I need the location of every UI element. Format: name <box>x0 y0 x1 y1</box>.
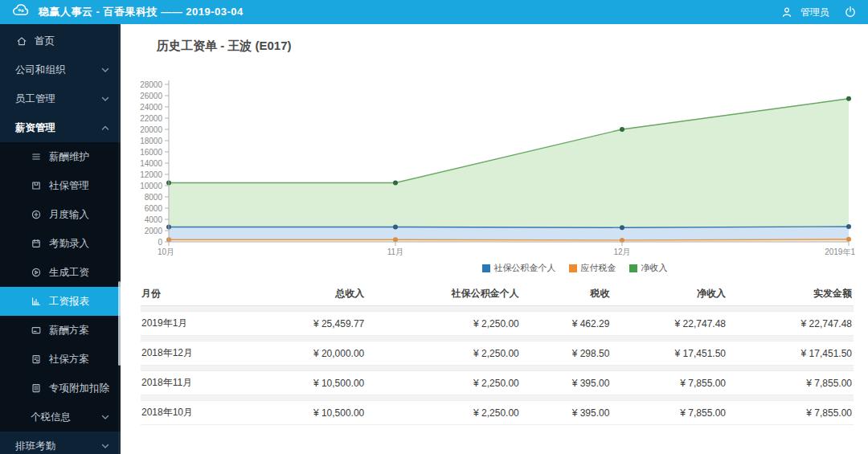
table-row[interactable]: 2018年11月¥ 10,500.00¥ 2,250.00¥ 395.00¥ 7… <box>141 370 854 395</box>
legend-swatch <box>482 264 490 272</box>
legend-swatch <box>629 264 637 272</box>
svg-text:18000: 18000 <box>140 137 162 145</box>
cell-total-income: ¥ 10,500.00 <box>283 407 366 419</box>
sidebar-item-label: 排班考勤 <box>15 440 55 453</box>
legend-label: 社保公积金个人 <box>494 262 556 274</box>
sidebar-item-social-security-plan[interactable]: 社保方案 <box>0 345 121 374</box>
svg-text:2000: 2000 <box>145 227 163 235</box>
chevron-down-icon <box>101 415 109 420</box>
sidebar-item-label: 生成工资 <box>49 266 89 280</box>
cell-paid-amount: ¥ 17,451.50 <box>727 348 854 359</box>
sidebar-item-salary-management[interactable]: 薪资管理 <box>0 113 121 142</box>
sidebar-item-label: 薪资管理 <box>15 121 55 135</box>
svg-text:4000: 4000 <box>145 215 163 224</box>
sidebar-item-label: 个税信息 <box>31 411 71 424</box>
table-row[interactable]: 2018年10月¥ 10,500.00¥ 2,250.00¥ 395.00¥ 7… <box>141 400 854 425</box>
cell-paid-amount: ¥ 7,855.00 <box>727 407 854 419</box>
sidebar-item-home[interactable]: 首页 <box>0 27 121 55</box>
sidebar-item-shift-attendance[interactable]: 排班考勤 <box>0 432 121 454</box>
legend-item-social[interactable]: 社保公积金个人 <box>482 262 556 274</box>
user-icon <box>781 6 792 18</box>
app-title: 稳赢人事云 - 百香果科技 —— 2019-03-04 <box>39 5 244 19</box>
column-header-month: 月份 <box>141 287 283 301</box>
play-circle-icon <box>31 267 42 278</box>
sidebar-item-attendance-entry[interactable]: 考勤录入 <box>0 229 121 258</box>
sidebar-item-social-security-mgmt[interactable]: 社保管理 <box>0 171 121 200</box>
sidebar-item-employee-management[interactable]: 员工管理 <box>0 84 121 113</box>
sidebar-item-label: 员工管理 <box>15 92 55 106</box>
cell-tax: ¥ 395.00 <box>521 378 612 389</box>
sidebar-nav: 首页公司和组织员工管理薪资管理薪酬维护社保管理月度输入考勤录入生成工资工资报表薪… <box>0 27 121 454</box>
sidebar-item-label: 社保方案 <box>49 353 89 366</box>
chevron-up-icon <box>101 125 109 131</box>
svg-text:22000: 22000 <box>140 114 162 123</box>
chevron-down-icon <box>101 67 109 73</box>
svg-text:20000: 20000 <box>140 125 162 134</box>
sidebar-item-salary-plan[interactable]: 薪酬方案 <box>0 316 121 345</box>
column-header-total-income: 总收入 <box>283 287 366 301</box>
svg-text:24000: 24000 <box>140 103 162 112</box>
cell-social-security-personal: ¥ 2,250.00 <box>366 378 520 389</box>
chevron-down-icon <box>101 444 109 449</box>
svg-text:11月: 11月 <box>387 247 403 256</box>
cell-net-income: ¥ 17,451.50 <box>611 348 727 359</box>
cell-month: 2019年1月 <box>141 317 283 330</box>
legend-swatch <box>569 264 577 272</box>
table-header-row: 月份总收入社保公积金个人税收净收入实发金额 <box>141 281 854 306</box>
svg-text:12月: 12月 <box>613 247 630 256</box>
doc-lines-icon <box>31 382 42 394</box>
sidebar-item-label: 考勤录入 <box>49 237 89 251</box>
svg-text:16000: 16000 <box>140 148 162 157</box>
legend-label: 净收入 <box>641 262 668 274</box>
cell-paid-amount: ¥ 22,747.48 <box>727 318 854 329</box>
column-header-social-security-personal: 社保公积金个人 <box>366 287 520 301</box>
svg-text:14000: 14000 <box>140 159 162 168</box>
svg-text:10000: 10000 <box>140 182 162 190</box>
sidebar-item-label: 首页 <box>35 35 55 48</box>
table-row[interactable]: 2019年1月¥ 25,459.77¥ 2,250.00¥ 462.29¥ 22… <box>141 311 854 336</box>
svg-text:0: 0 <box>158 238 162 247</box>
legend-label: 应付税金 <box>581 262 616 274</box>
sidebar-item-salary-report[interactable]: 工资报表 <box>0 287 121 316</box>
main-content: 历史工资单 - 王波 (E017) 0200040006000800010000… <box>121 24 868 454</box>
sidebar-item-special-deduction[interactable]: 专项附加扣除 <box>0 374 121 403</box>
sidebar-item-company-organization[interactable]: 公司和组织 <box>0 55 121 84</box>
card-icon <box>31 325 42 336</box>
chart-legend: 社保公积金个人应付税金净收入 <box>121 262 868 274</box>
cell-tax: ¥ 462.29 <box>521 318 612 329</box>
svg-text:10月: 10月 <box>158 247 174 256</box>
cell-social-security-personal: ¥ 2,250.00 <box>366 348 520 359</box>
cell-month: 2018年12月 <box>141 346 283 360</box>
sidebar-item-salary-maintenance[interactable]: 薪酬维护 <box>0 142 121 171</box>
app-logo-cloud-icon[interactable] <box>11 1 31 23</box>
power-icon[interactable] <box>844 6 857 18</box>
cell-month: 2018年11月 <box>141 376 283 390</box>
legend-item-net[interactable]: 净收入 <box>629 262 668 274</box>
save-icon <box>31 180 42 191</box>
cell-net-income: ¥ 22,747.48 <box>611 318 727 329</box>
cell-net-income: ¥ 7,855.00 <box>611 378 727 389</box>
salary-history-table: 月份总收入社保公积金个人税收净收入实发金额2019年1月¥ 25,459.77¥… <box>141 281 854 425</box>
sidebar-item-monthly-input[interactable]: 月度输入 <box>0 200 121 229</box>
cell-paid-amount: ¥ 7,855.00 <box>727 378 854 389</box>
column-header-tax: 税收 <box>521 287 612 301</box>
topbar: 稳赢人事云 - 百香果科技 —— 2019-03-04 管理员 <box>0 0 868 24</box>
svg-text:12000: 12000 <box>140 170 162 179</box>
table-row[interactable]: 2018年12月¥ 20,000.00¥ 2,250.00¥ 298.50¥ 1… <box>141 341 854 366</box>
legend-item-tax[interactable]: 应付税金 <box>569 262 616 274</box>
sidebar-item-label: 月度输入 <box>49 208 89 222</box>
svg-text:8000: 8000 <box>145 193 163 202</box>
calendar-icon <box>31 238 42 249</box>
user-name[interactable]: 管理员 <box>800 6 829 19</box>
sidebar-item-label: 薪酬维护 <box>49 150 89 164</box>
sidebar-item-label: 专项附加扣除 <box>49 382 109 395</box>
sidebar-item-generate-salary[interactable]: 生成工资 <box>0 258 121 287</box>
cell-tax: ¥ 395.00 <box>521 407 612 419</box>
cell-social-security-personal: ¥ 2,250.00 <box>366 318 520 329</box>
column-header-paid-amount: 实发金额 <box>727 287 854 301</box>
home-icon <box>16 35 27 47</box>
sidebar-item-tax-info[interactable]: 个税信息 <box>0 403 121 432</box>
doc-icon <box>31 354 42 365</box>
plus-circle-icon <box>31 209 42 220</box>
cell-total-income: ¥ 10,500.00 <box>283 378 366 389</box>
